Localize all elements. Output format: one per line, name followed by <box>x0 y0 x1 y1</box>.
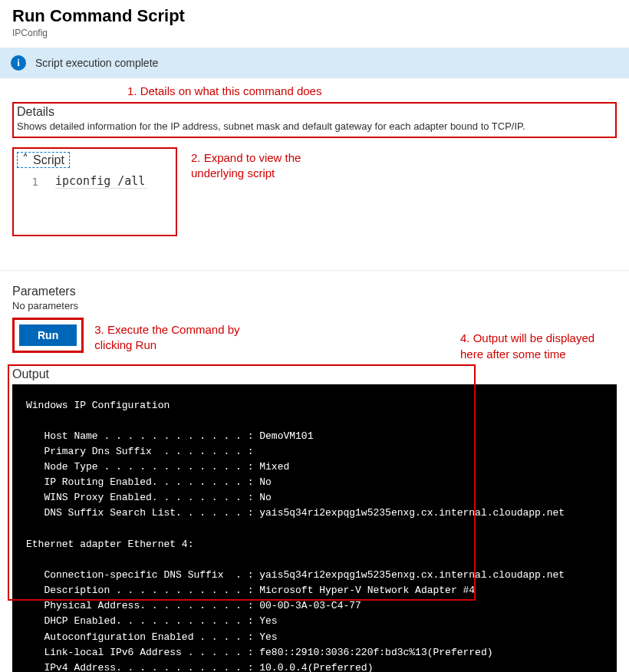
annotation-2: 2. Expand to view the underlying script <box>191 150 329 182</box>
output-heading: Output <box>12 367 617 381</box>
chevron-up-icon: ˄ <box>22 152 28 166</box>
run-button-highlight: Run <box>12 318 84 353</box>
annotation-1: 1. Details on what this command does <box>127 84 617 97</box>
run-button[interactable]: Run <box>19 324 77 346</box>
page-subtitle: IPConfig <box>12 28 617 38</box>
details-section: Details Shows detailed information for t… <box>12 102 617 138</box>
annotation-4: 4. Output will be displayed here after s… <box>460 330 598 362</box>
script-code: ipconfig /all <box>55 174 147 189</box>
status-text: Script execution complete <box>35 57 158 69</box>
parameters-heading: Parameters <box>12 285 617 298</box>
divider <box>0 270 629 271</box>
details-text: Shows detailed information for the IP ad… <box>17 120 612 132</box>
script-section: ˄ Script 1 ipconfig /all <box>12 147 177 236</box>
details-heading: Details <box>17 105 612 119</box>
parameters-text: No parameters <box>12 300 617 311</box>
script-expander[interactable]: ˄ Script <box>17 152 70 168</box>
line-number: 1 <box>17 176 38 188</box>
script-heading: Script <box>33 153 64 167</box>
annotation-3: 3. Execute the Command by clicking Run <box>94 322 263 354</box>
output-terminal[interactable]: Windows IP Configuration Host Name . . .… <box>12 384 617 673</box>
script-line: 1 ipconfig /all <box>17 174 171 189</box>
info-icon: i <box>11 55 26 71</box>
page-title: Run Command Script <box>12 6 617 26</box>
status-bar: i Script execution complete <box>0 48 629 78</box>
